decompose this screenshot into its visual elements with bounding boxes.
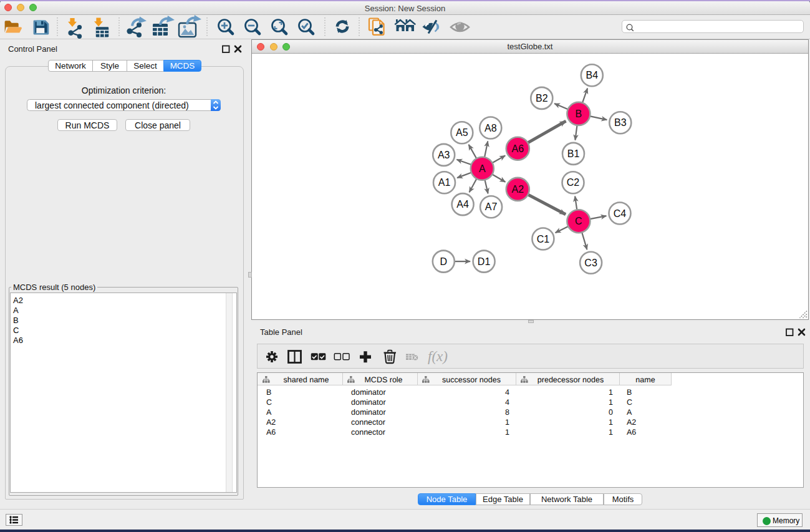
svg-text:f(x): f(x) xyxy=(428,349,448,364)
svg-text:B: B xyxy=(627,388,632,397)
svg-text:8: 8 xyxy=(505,408,509,417)
svg-text:A3: A3 xyxy=(438,150,450,160)
svg-text:C2: C2 xyxy=(567,177,580,188)
svg-text:C4: C4 xyxy=(614,208,627,219)
svg-text:connector: connector xyxy=(351,428,385,437)
svg-text:A: A xyxy=(627,408,632,417)
svg-text:C: C xyxy=(627,398,632,407)
svg-text:0: 0 xyxy=(609,408,613,417)
svg-text:A8: A8 xyxy=(485,123,497,133)
svg-text:1: 1 xyxy=(505,418,509,427)
svg-text:name: name xyxy=(635,375,655,384)
svg-text:A5: A5 xyxy=(456,127,468,138)
svg-text:A2: A2 xyxy=(266,418,276,427)
svg-text:successor nodes: successor nodes xyxy=(442,375,501,384)
svg-text:connector: connector xyxy=(351,418,385,427)
svg-text:B3: B3 xyxy=(614,117,627,128)
svg-text:C: C xyxy=(266,398,272,407)
svg-text:C3: C3 xyxy=(584,258,597,268)
svg-text:A: A xyxy=(479,163,486,174)
svg-text:1: 1 xyxy=(505,428,509,437)
svg-text:A2: A2 xyxy=(627,418,636,427)
svg-text:A: A xyxy=(266,408,272,417)
svg-text:C: C xyxy=(575,216,582,226)
svg-text:B2: B2 xyxy=(536,93,548,104)
svg-text:A4: A4 xyxy=(456,199,469,210)
svg-text:A1: A1 xyxy=(438,177,451,188)
svg-text:predecessor nodes: predecessor nodes xyxy=(538,375,604,384)
svg-text:B: B xyxy=(266,388,271,397)
svg-text:MCDS role: MCDS role xyxy=(364,375,402,384)
svg-text:B4: B4 xyxy=(586,70,599,80)
svg-text:dominator: dominator xyxy=(351,388,386,397)
svg-text:A6: A6 xyxy=(266,428,276,437)
svg-text:B: B xyxy=(576,109,582,119)
svg-text:A6: A6 xyxy=(627,428,636,437)
svg-text:4: 4 xyxy=(505,398,509,407)
svg-text:A6: A6 xyxy=(512,143,524,154)
svg-text:1: 1 xyxy=(609,418,613,427)
svg-text:A2: A2 xyxy=(512,184,524,195)
svg-text:A7: A7 xyxy=(485,201,498,212)
svg-text:dominator: dominator xyxy=(351,408,386,417)
svg-text:1: 1 xyxy=(609,398,613,407)
svg-text:D: D xyxy=(440,256,448,267)
svg-text:C1: C1 xyxy=(537,234,550,244)
svg-text:B1: B1 xyxy=(567,148,580,159)
svg-text:1: 1 xyxy=(609,428,613,437)
svg-text:dominator: dominator xyxy=(351,398,386,407)
svg-text:shared name: shared name xyxy=(284,375,329,384)
svg-text:D1: D1 xyxy=(478,256,491,267)
svg-text:4: 4 xyxy=(505,388,509,397)
svg-text:1: 1 xyxy=(609,388,613,397)
